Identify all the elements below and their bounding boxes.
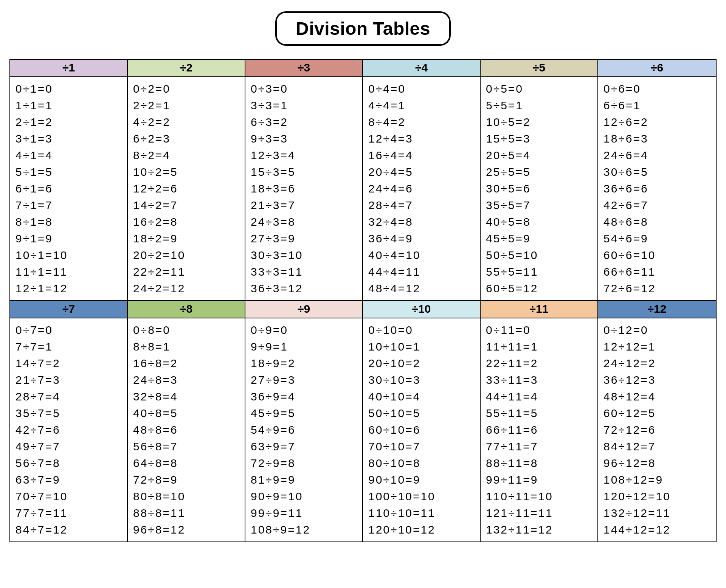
table-row: 60÷10=6 (368, 422, 480, 438)
table-row: 63÷9=7 (251, 439, 362, 455)
table-row: 18÷6=3 (603, 131, 716, 147)
table-row: 15÷5=3 (486, 131, 597, 147)
table-row: 99÷11=9 (486, 472, 597, 488)
table-row: 50÷10=5 (368, 405, 480, 421)
table-row: 100÷10=10 (368, 489, 480, 504)
table-row: 108÷12=9 (603, 472, 716, 488)
table-row: 3÷3=1 (251, 98, 362, 113)
table-row: 96÷12=8 (603, 455, 716, 471)
table-row: 28÷4=7 (368, 197, 480, 213)
table-row: 5÷5=1 (486, 98, 597, 113)
table-row: 20÷10=2 (368, 355, 480, 371)
table-row: 12÷3=4 (251, 147, 362, 163)
table-row: 84÷7=12 (16, 522, 127, 538)
table-row: 24÷4=6 (368, 181, 480, 197)
table-row: 16÷4=4 (368, 147, 480, 163)
table-row: 16÷2=8 (133, 214, 245, 230)
table-row: 12÷1=12 (16, 281, 127, 296)
table-row: 32÷4=8 (368, 214, 480, 230)
table-header-5: ÷5 (481, 60, 597, 77)
table-row: 48÷4=12 (368, 281, 480, 296)
table-body-7: 0÷7=07÷7=114÷7=221÷7=328÷7=435÷7=542÷7=6… (10, 318, 127, 541)
table-header-9: ÷9 (245, 301, 362, 318)
table-row: 15÷3=5 (251, 164, 362, 180)
table-header-12: ÷12 (598, 301, 716, 318)
table-row: 44÷11=4 (486, 389, 597, 405)
table-header-8: ÷8 (128, 301, 245, 318)
division-table-7: ÷70÷7=07÷7=114÷7=221÷7=328÷7=435÷7=542÷7… (10, 301, 128, 542)
division-table-1: ÷10÷1=01÷1=12÷1=23÷1=34÷1=45÷1=56÷1=67÷1… (10, 60, 128, 301)
table-row: 42÷6=7 (603, 197, 716, 213)
table-row: 88÷8=11 (133, 505, 245, 521)
table-row: 80÷8=10 (133, 489, 245, 504)
table-row: 35÷5=7 (486, 197, 597, 213)
table-row: 4÷4=1 (368, 98, 480, 113)
table-header-3: ÷3 (245, 60, 362, 77)
table-row: 6÷2=3 (133, 131, 245, 147)
table-row: 72÷6=12 (603, 281, 716, 296)
table-row: 0÷9=0 (251, 322, 362, 338)
table-row: 30÷10=3 (368, 372, 480, 388)
table-row: 40÷5=8 (486, 214, 597, 230)
table-row: 20÷4=5 (368, 164, 480, 180)
table-row: 8÷8=1 (133, 339, 245, 355)
table-row: 12÷6=2 (603, 114, 716, 130)
table-row: 20÷5=4 (486, 147, 597, 163)
table-row: 132÷12=11 (603, 505, 716, 521)
table-row: 18÷3=6 (251, 181, 362, 197)
table-row: 24÷2=12 (133, 281, 245, 296)
table-row: 42÷7=6 (16, 422, 127, 438)
table-row: 30÷3=10 (251, 247, 362, 263)
table-row: 24÷3=8 (251, 214, 362, 230)
table-row: 2÷2=1 (133, 98, 245, 113)
table-row: 48÷8=6 (133, 422, 245, 438)
table-body-4: 0÷4=04÷4=18÷4=212÷4=316÷4=420÷4=524÷4=62… (363, 77, 480, 300)
division-table-12: ÷120÷12=012÷12=124÷12=236÷12=348÷12=460÷… (598, 301, 716, 542)
table-row: 7÷7=1 (16, 339, 127, 355)
table-row: 77÷11=7 (486, 439, 597, 455)
table-row: 64÷8=8 (133, 455, 245, 471)
table-header-4: ÷4 (363, 60, 480, 77)
table-row: 36÷9=4 (251, 389, 362, 405)
table-row: 22÷11=2 (486, 355, 597, 371)
table-row: 63÷7=9 (16, 472, 127, 488)
table-row: 72÷8=9 (133, 472, 245, 488)
table-row: 7÷1=7 (16, 197, 127, 213)
table-row: 54÷6=9 (603, 231, 716, 247)
table-row: 54÷9=6 (251, 422, 362, 438)
table-row: 0÷11=0 (486, 322, 597, 338)
table-row: 0÷7=0 (16, 322, 127, 338)
table-row: 60÷12=5 (603, 405, 716, 421)
table-row: 0÷4=0 (368, 81, 480, 97)
table-row: 14÷2=7 (133, 197, 245, 213)
table-row: 49÷7=7 (16, 439, 127, 455)
table-row: 10÷10=1 (368, 339, 480, 355)
table-row: 28÷7=4 (16, 389, 127, 405)
table-row: 120÷10=12 (368, 522, 480, 538)
table-body-2: 0÷2=02÷2=14÷2=26÷2=38÷2=410÷2=512÷2=614÷… (128, 77, 245, 300)
table-row: 21÷7=3 (16, 372, 127, 388)
division-table-5: ÷50÷5=05÷5=110÷5=215÷5=320÷5=425÷5=530÷5… (481, 60, 598, 301)
table-row: 18÷2=9 (133, 231, 245, 247)
division-table-11: ÷110÷11=011÷11=122÷11=233÷11=344÷11=455÷… (481, 301, 598, 542)
table-row: 45÷9=5 (251, 405, 362, 421)
table-row: 0÷5=0 (486, 81, 597, 97)
table-row: 9÷3=3 (251, 131, 362, 147)
table-row: 72÷12=6 (603, 422, 716, 438)
table-row: 70÷10=7 (368, 439, 480, 455)
table-row: 33÷11=3 (486, 372, 597, 388)
table-row: 30÷5=6 (486, 181, 597, 197)
table-row: 0÷3=0 (251, 81, 362, 97)
table-body-8: 0÷8=08÷8=116÷8=224÷8=332÷8=440÷8=548÷8=6… (128, 318, 245, 541)
table-row: 11÷11=1 (486, 339, 597, 355)
table-row: 8÷4=2 (368, 114, 480, 130)
table-row: 12÷2=6 (133, 181, 245, 197)
table-row: 0÷2=0 (133, 81, 245, 97)
division-table-9: ÷90÷9=09÷9=118÷9=227÷9=336÷9=445÷9=554÷9… (245, 301, 363, 542)
division-tables-grid: ÷10÷1=01÷1=12÷1=23÷1=34÷1=45÷1=56÷1=67÷1… (9, 59, 717, 542)
table-row: 6÷3=2 (251, 114, 362, 130)
table-row: 48÷12=4 (603, 389, 716, 405)
table-header-10: ÷10 (363, 301, 480, 318)
table-row: 12÷12=1 (603, 339, 716, 355)
table-row: 80÷10=8 (368, 455, 480, 471)
